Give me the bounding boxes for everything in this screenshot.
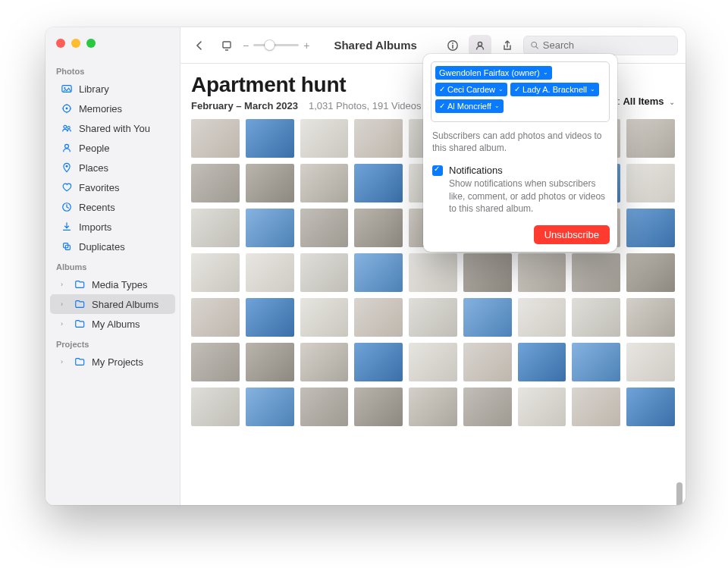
sidebar-item-favorites[interactable]: Favorites <box>50 177 175 197</box>
share-button[interactable] <box>496 35 519 56</box>
search-field[interactable] <box>523 36 678 55</box>
scrollbar-thumb[interactable] <box>676 482 682 505</box>
photo-thumbnail[interactable] <box>518 298 566 337</box>
photo-thumbnail[interactable] <box>246 209 294 247</box>
photo-thumbnail[interactable] <box>463 388 512 426</box>
search-input[interactable] <box>543 39 671 51</box>
photo-thumbnail[interactable] <box>246 119 294 158</box>
photo-thumbnail[interactable] <box>191 298 240 337</box>
photo-thumbnail[interactable] <box>300 343 349 381</box>
back-button[interactable] <box>188 35 211 56</box>
photo-thumbnail[interactable] <box>300 164 349 202</box>
sidebar-item-media-types[interactable]: › Media Types <box>50 275 175 294</box>
photo-thumbnail[interactable] <box>572 253 620 292</box>
photo-thumbnail[interactable] <box>572 388 620 426</box>
chevron-right-icon: › <box>61 320 67 328</box>
photo-thumbnail[interactable] <box>626 119 675 158</box>
subscribers-field[interactable]: Gwendolen Fairfax (owner)⌄✓Ceci Cardew⌄✓… <box>431 61 610 122</box>
photo-thumbnail[interactable] <box>463 253 512 292</box>
unsubscribe-button[interactable]: Unsubscribe <box>534 225 610 244</box>
chevron-right-icon: › <box>61 300 67 308</box>
photo-thumbnail[interactable] <box>409 343 457 381</box>
photo-thumbnail[interactable] <box>246 388 294 426</box>
photo-thumbnail[interactable] <box>354 119 403 158</box>
zoom-slider[interactable]: − + <box>243 39 309 52</box>
photo-thumbnail[interactable] <box>354 298 403 337</box>
sidebar-item-library[interactable]: Library <box>50 79 175 99</box>
photo-thumbnail[interactable] <box>246 298 294 337</box>
photo-thumbnail[interactable] <box>463 343 512 381</box>
photo-thumbnail[interactable] <box>246 164 294 202</box>
photo-thumbnail[interactable] <box>191 388 240 426</box>
photo-thumbnail[interactable] <box>354 209 403 247</box>
photo-thumbnail[interactable] <box>191 164 240 202</box>
notifications-checkbox[interactable] <box>432 165 443 176</box>
subscriber-token[interactable]: Gwendolen Fairfax (owner)⌄ <box>435 66 552 80</box>
sidebar: Photos Library Memories Shared with You … <box>46 27 180 505</box>
photo-thumbnail[interactable] <box>300 119 349 158</box>
photo-thumbnail[interactable] <box>354 253 403 292</box>
photo-thumbnail[interactable] <box>191 209 240 247</box>
photo-thumbnail[interactable] <box>626 209 675 247</box>
photo-thumbnail[interactable] <box>626 388 675 426</box>
close-window-button[interactable] <box>56 39 65 48</box>
photo-thumbnail[interactable] <box>246 343 294 381</box>
photo-thumbnail[interactable] <box>354 388 403 426</box>
photo-thumbnail[interactable] <box>409 388 457 426</box>
photo-thumbnail[interactable] <box>191 343 240 381</box>
sidebar-item-label: People <box>79 143 168 154</box>
subscriber-token[interactable]: ✓Ceci Cardew⌄ <box>435 83 507 96</box>
photo-thumbnail[interactable] <box>626 298 675 337</box>
imports-icon <box>61 221 73 233</box>
photo-thumbnail[interactable] <box>354 343 403 381</box>
sidebar-item-places[interactable]: Places <box>50 158 175 177</box>
photo-thumbnail[interactable] <box>191 119 240 158</box>
scrollbar[interactable] <box>673 80 684 494</box>
sidebar-item-memories[interactable]: Memories <box>50 99 175 118</box>
chevron-down-icon: ⌄ <box>498 84 504 95</box>
photo-thumbnail[interactable] <box>409 298 457 337</box>
sidebar-item-shared-albums[interactable]: › Shared Albums <box>50 294 175 314</box>
sidebar-item-imports[interactable]: Imports <box>50 217 175 237</box>
photo-thumbnail[interactable] <box>300 209 349 247</box>
sidebar-item-my-albums[interactable]: › My Albums <box>50 314 175 334</box>
photo-thumbnail[interactable] <box>626 253 675 292</box>
zoom-thumb[interactable] <box>265 40 275 50</box>
photo-thumbnail[interactable] <box>246 253 294 292</box>
photo-thumbnail[interactable] <box>354 164 403 202</box>
subscriber-token[interactable]: ✓Lady A. Bracknell⌄ <box>510 83 599 96</box>
slideshow-button[interactable] <box>215 35 238 56</box>
photo-thumbnail[interactable] <box>518 388 566 426</box>
sidebar-item-duplicates[interactable]: Duplicates <box>50 237 175 256</box>
sidebar-item-people[interactable]: People <box>50 138 175 158</box>
photo-thumbnail[interactable] <box>626 343 675 381</box>
notifications-row[interactable]: Notifications Show notifications when su… <box>432 165 608 215</box>
photo-thumbnail[interactable] <box>572 298 620 337</box>
people-button[interactable] <box>469 35 491 56</box>
photo-thumbnail[interactable] <box>300 298 349 337</box>
subscriber-name: Al Moncrieff <box>447 101 491 111</box>
checkmark-icon: ✓ <box>439 101 445 111</box>
sidebar-item-recents[interactable]: Recents <box>50 197 175 217</box>
photo-thumbnail[interactable] <box>300 253 349 292</box>
svg-point-1 <box>64 87 65 89</box>
photo-thumbnail[interactable] <box>518 253 566 292</box>
chevron-right-icon: › <box>61 358 67 366</box>
photo-thumbnail[interactable] <box>626 164 675 202</box>
photo-thumbnail[interactable] <box>409 253 457 292</box>
sidebar-item-label: My Albums <box>92 319 168 330</box>
sidebar-item-my-projects[interactable]: › My Projects <box>50 352 175 372</box>
photo-thumbnail[interactable] <box>191 253 240 292</box>
zoom-track[interactable] <box>253 44 299 46</box>
photo-thumbnail[interactable] <box>463 298 512 337</box>
photo-thumbnail[interactable] <box>518 343 566 381</box>
sidebar-item-shared-with-you[interactable]: Shared with You <box>50 118 175 138</box>
subscriber-token[interactable]: ✓Al Moncrieff⌄ <box>435 99 504 113</box>
sidebar-item-label: Memories <box>79 103 168 115</box>
maximize-window-button[interactable] <box>86 39 96 48</box>
chevron-down-icon: ⌄ <box>590 84 595 95</box>
photo-thumbnail[interactable] <box>572 343 620 381</box>
photo-thumbnail[interactable] <box>300 388 349 426</box>
minimize-window-button[interactable] <box>71 39 80 48</box>
info-button[interactable] <box>441 35 464 56</box>
